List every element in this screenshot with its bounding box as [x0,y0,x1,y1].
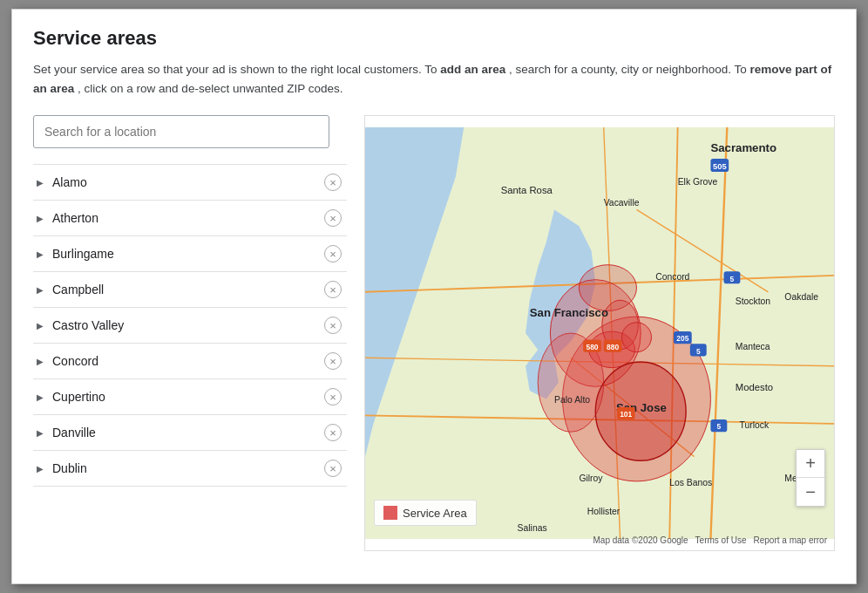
location-name: Atherton [52,211,98,225]
svg-text:205: 205 [676,335,688,344]
location-left: ▶Atherton [37,211,98,225]
page-title: Service areas [33,27,835,50]
remove-location-button[interactable] [324,209,342,227]
svg-text:580: 580 [586,343,598,351]
svg-text:101: 101 [620,410,632,419]
remove-location-button[interactable] [324,388,342,406]
chevron-right-icon: ▶ [37,285,44,295]
legend-label: Service Area [403,507,467,520]
chevron-right-icon: ▶ [37,357,44,366]
remove-location-button[interactable] [324,317,342,334]
location-left: ▶Campbell [37,283,104,296]
service-areas-window: Service areas Set your service area so t… [11,9,857,584]
list-item[interactable]: ▶Alamo [33,165,347,201]
remove-location-button[interactable] [324,460,342,477]
svg-text:Sacramento: Sacramento [710,142,776,155]
location-left: ▶Danville [37,426,96,440]
svg-text:San Francisco: San Francisco [530,306,608,319]
list-item[interactable]: ▶Dublin [33,451,347,487]
svg-text:Vacaville: Vacaville [604,198,640,208]
svg-text:Gilroy: Gilroy [579,474,603,483]
map-footer: Map data ©2020 Google Terms of Use Repor… [593,535,827,545]
svg-text:505: 505 [713,161,727,171]
location-name: Cupertino [52,390,105,404]
location-name: Alamo [52,175,87,189]
remove-location-button[interactable] [324,424,342,441]
list-item[interactable]: ▶Burlingame [33,236,347,272]
svg-text:880: 880 [607,343,619,351]
list-item[interactable]: ▶Campbell [33,272,347,308]
list-item[interactable]: ▶Atherton [33,201,347,236]
map-controls: + − [796,449,825,507]
chevron-right-icon: ▶ [37,249,44,259]
description: Set your service area so that your ad is… [33,60,835,98]
remove-location-button[interactable] [324,281,342,298]
svg-text:Modesto: Modesto [736,382,773,392]
main-content: ▶Alamo▶Atherton▶Burlingame▶Campbell▶Cast… [33,115,835,551]
svg-text:5: 5 [696,347,701,356]
svg-text:Hollister: Hollister [587,507,620,516]
chevron-right-icon: ▶ [37,464,44,474]
chevron-right-icon: ▶ [37,214,44,223]
svg-text:5: 5 [717,423,722,432]
list-item[interactable]: ▶Castro Valley [33,308,347,344]
map-container: Sacramento Santa Rosa Vacaville Elk Grov… [364,115,835,551]
map-legend: Service Area [374,500,477,526]
svg-text:5: 5 [730,275,735,283]
chevron-right-icon: ▶ [37,178,44,187]
svg-text:Los Banos: Los Banos [669,478,712,487]
list-item[interactable]: ▶Concord [33,344,347,379]
location-name: Castro Valley [52,318,124,332]
desc-plain: Set your service area so that your ad is… [33,63,437,76]
chevron-right-icon: ▶ [37,392,44,402]
terms-of-use-link[interactable]: Terms of Use [695,535,747,545]
list-item[interactable]: ▶Cupertino [33,379,347,415]
location-name: Danville [52,426,96,440]
location-left: ▶Alamo [37,175,87,189]
zoom-in-button[interactable]: + [797,450,824,478]
location-left: ▶Cupertino [37,390,105,404]
svg-text:Stockton: Stockton [736,296,771,306]
svg-text:Concord: Concord [655,272,689,282]
report-map-error-link[interactable]: Report a map error [754,535,827,545]
remove-location-button[interactable] [324,174,342,191]
zoom-out-button[interactable]: − [797,478,824,506]
location-list: ▶Alamo▶Atherton▶Burlingame▶Campbell▶Cast… [33,164,347,487]
location-left: ▶Castro Valley [37,318,124,332]
desc-end: , click on a row and de-select unwanted … [78,82,342,95]
svg-text:Santa Rosa: Santa Rosa [501,185,553,195]
map-data-credit: Map data ©2020 Google [593,535,688,545]
svg-text:Turlock: Turlock [739,420,769,430]
legend-swatch [383,506,397,520]
left-panel: ▶Alamo▶Atherton▶Burlingame▶Campbell▶Cast… [33,115,364,487]
svg-text:Elk Grove: Elk Grove [678,177,718,187]
desc-mid: , search for a county, city or neighborh… [509,63,747,76]
svg-point-16 [621,323,651,352]
location-left: ▶Dublin [37,461,87,475]
svg-text:Palo Alto: Palo Alto [554,395,590,405]
chevron-right-icon: ▶ [37,321,44,331]
remove-location-button[interactable] [324,352,342,370]
location-name: Burlingame [52,247,114,261]
chevron-right-icon: ▶ [37,428,44,438]
location-left: ▶Concord [37,354,98,368]
desc-bold1: add an area [440,63,505,76]
location-name: Concord [52,354,98,368]
svg-text:Oakdale: Oakdale [784,292,818,302]
svg-text:Salinas: Salinas [518,523,547,533]
location-left: ▶Burlingame [37,247,114,261]
list-item[interactable]: ▶Danville [33,415,347,451]
search-input[interactable] [33,115,329,148]
remove-location-button[interactable] [324,245,342,262]
location-name: Campbell [52,283,104,296]
location-name: Dublin [52,461,87,475]
svg-text:Manteca: Manteca [736,342,770,351]
